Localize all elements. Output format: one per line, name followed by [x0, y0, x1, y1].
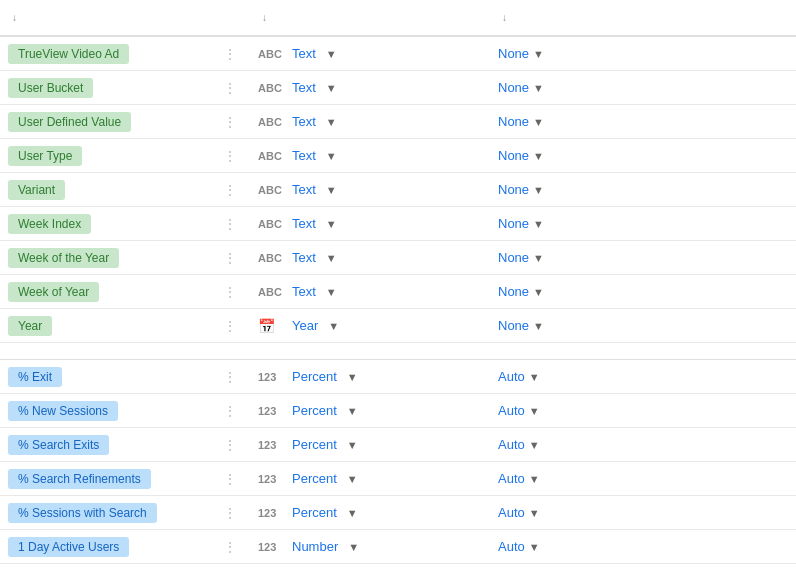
drag-handle[interactable]: ⋮ [210, 318, 250, 334]
aggregation-label: None [498, 216, 529, 231]
aggregation-label: None [498, 148, 529, 163]
type-dropdown-arrow[interactable]: ▼ [326, 116, 337, 128]
type-dropdown-arrow[interactable]: ▼ [326, 82, 337, 94]
type-sort-icon[interactable]: ↓ [262, 12, 267, 23]
aggregation-dropdown-arrow[interactable]: ▼ [533, 82, 544, 94]
table-row[interactable]: 1 Day Active Users ⋮ 123 Number ▼ Auto ▼ [0, 530, 796, 564]
aggregation-dropdown-arrow[interactable]: ▼ [533, 48, 544, 60]
field-column-header[interactable]: ↓ [0, 8, 210, 27]
table-row[interactable]: Variant ⋮ ABC Text ▼ None ▼ [0, 173, 796, 207]
type-dropdown-arrow[interactable]: ▼ [326, 150, 337, 162]
table-row[interactable]: User Defined Value ⋮ ABC Text ▼ None ▼ [0, 105, 796, 139]
type-cell: ABC Text ▼ [250, 110, 490, 133]
type-cell: 📅 Year ▼ [250, 314, 490, 338]
drag-handle[interactable]: ⋮ [210, 46, 250, 62]
aggregation-label: Auto [498, 505, 525, 520]
type-dropdown-arrow[interactable]: ▼ [347, 405, 358, 417]
type-dropdown-arrow[interactable]: ▼ [347, 371, 358, 383]
aggregation-dropdown-arrow[interactable]: ▼ [533, 218, 544, 230]
aggregation-column-header[interactable]: ↓ [490, 8, 710, 27]
table-row[interactable]: % Sessions with Search ⋮ 123 Percent ▼ A… [0, 496, 796, 530]
field-sort-icon[interactable]: ↓ [12, 12, 17, 23]
table-row[interactable]: Week of Year ⋮ ABC Text ▼ None ▼ [0, 275, 796, 309]
aggregation-cell: Auto ▼ [490, 399, 710, 422]
type-abc-icon: 123 [258, 507, 286, 519]
type-dropdown-arrow[interactable]: ▼ [326, 286, 337, 298]
field-cell: Week of Year [0, 278, 210, 306]
aggregation-dropdown-arrow[interactable]: ▼ [533, 320, 544, 332]
table-row[interactable]: % Exit ⋮ 123 Percent ▼ Auto ▼ [0, 360, 796, 394]
aggregation-dropdown-arrow[interactable]: ▼ [529, 371, 540, 383]
table-row[interactable]: Year ⋮ 📅 Year ▼ None ▼ [0, 309, 796, 343]
type-abc-icon: 123 [258, 541, 286, 553]
drag-handle[interactable]: ⋮ [210, 216, 250, 232]
aggregation-dropdown-arrow[interactable]: ▼ [533, 286, 544, 298]
field-badge: Week Index [8, 214, 91, 234]
field-badge: User Bucket [8, 78, 93, 98]
drag-handle[interactable]: ⋮ [210, 539, 250, 555]
aggregation-dropdown-arrow[interactable]: ▼ [533, 116, 544, 128]
table-row[interactable]: User Bucket ⋮ ABC Text ▼ None ▼ [0, 71, 796, 105]
aggregation-dropdown-arrow[interactable]: ▼ [529, 439, 540, 451]
drag-handle[interactable]: ⋮ [210, 505, 250, 521]
table-row[interactable]: Week of the Year ⋮ ABC Text ▼ None ▼ [0, 241, 796, 275]
table-header: ↓ ↓ ↓ [0, 0, 796, 37]
drag-handle[interactable]: ⋮ [210, 403, 250, 419]
aggregation-cell: None ▼ [490, 212, 710, 235]
table-row[interactable]: Week Index ⋮ ABC Text ▼ None ▼ [0, 207, 796, 241]
field-badge: Week of the Year [8, 248, 119, 268]
table-row[interactable]: % New Sessions ⋮ 123 Percent ▼ Auto ▼ [0, 394, 796, 428]
desc-cell [710, 254, 796, 262]
drag-handle[interactable]: ⋮ [210, 369, 250, 385]
drag-handle[interactable]: ⋮ [210, 250, 250, 266]
type-dropdown-arrow[interactable]: ▼ [326, 218, 337, 230]
drag-handle[interactable]: ⋮ [210, 80, 250, 96]
desc-cell [710, 118, 796, 126]
type-dropdown-arrow[interactable]: ▼ [347, 507, 358, 519]
type-dropdown-arrow[interactable]: ▼ [326, 184, 337, 196]
type-dropdown-arrow[interactable]: ▼ [347, 439, 358, 451]
aggregation-dropdown-arrow[interactable]: ▼ [533, 252, 544, 264]
type-cell: 123 Number ▼ [250, 535, 490, 558]
type-label: Year [292, 318, 318, 333]
type-dropdown-arrow[interactable]: ▼ [326, 48, 337, 60]
type-label: Text [292, 250, 316, 265]
type-dropdown-arrow[interactable]: ▼ [348, 541, 359, 553]
table-row[interactable]: TrueView Video Ad ⋮ ABC Text ▼ None ▼ [0, 37, 796, 71]
type-label: Percent [292, 403, 337, 418]
type-label: Text [292, 182, 316, 197]
type-dropdown-arrow[interactable]: ▼ [328, 320, 339, 332]
table-row[interactable]: % Search Exits ⋮ 123 Percent ▼ Auto ▼ [0, 428, 796, 462]
field-badge: User Type [8, 146, 82, 166]
aggregation-label: None [498, 250, 529, 265]
aggregation-sort-icon[interactable]: ↓ [502, 12, 507, 23]
data-table: ↓ ↓ ↓ TrueView Video Ad ⋮ ABC Text ▼ [0, 0, 796, 564]
drag-handle[interactable]: ⋮ [210, 182, 250, 198]
drag-handle[interactable]: ⋮ [210, 148, 250, 164]
type-dropdown-arrow[interactable]: ▼ [326, 252, 337, 264]
drag-handle[interactable]: ⋮ [210, 284, 250, 300]
field-badge: User Defined Value [8, 112, 131, 132]
type-dropdown-arrow[interactable]: ▼ [347, 473, 358, 485]
type-cell: ABC Text ▼ [250, 212, 490, 235]
aggregation-dropdown-arrow[interactable]: ▼ [529, 405, 540, 417]
aggregation-dropdown-arrow[interactable]: ▼ [529, 507, 540, 519]
drag-handle[interactable]: ⋮ [210, 114, 250, 130]
type-column-header[interactable]: ↓ [250, 8, 490, 27]
table-row[interactable]: % Search Refinements ⋮ 123 Percent ▼ Aut… [0, 462, 796, 496]
aggregation-dropdown-arrow[interactable]: ▼ [529, 473, 540, 485]
field-cell: 1 Day Active Users [0, 533, 210, 561]
aggregation-cell: Auto ▼ [490, 467, 710, 490]
drag-handle[interactable]: ⋮ [210, 437, 250, 453]
desc-cell [710, 220, 796, 228]
type-cell: ABC Text ▼ [250, 178, 490, 201]
type-cell: 123 Percent ▼ [250, 467, 490, 490]
type-abc-icon: 123 [258, 473, 286, 485]
aggregation-dropdown-arrow[interactable]: ▼ [533, 184, 544, 196]
table-row[interactable]: User Type ⋮ ABC Text ▼ None ▼ [0, 139, 796, 173]
drag-handle[interactable]: ⋮ [210, 471, 250, 487]
type-abc-icon: 123 [258, 405, 286, 417]
aggregation-label: Auto [498, 437, 525, 452]
aggregation-dropdown-arrow[interactable]: ▼ [533, 150, 544, 162]
aggregation-dropdown-arrow[interactable]: ▼ [529, 541, 540, 553]
